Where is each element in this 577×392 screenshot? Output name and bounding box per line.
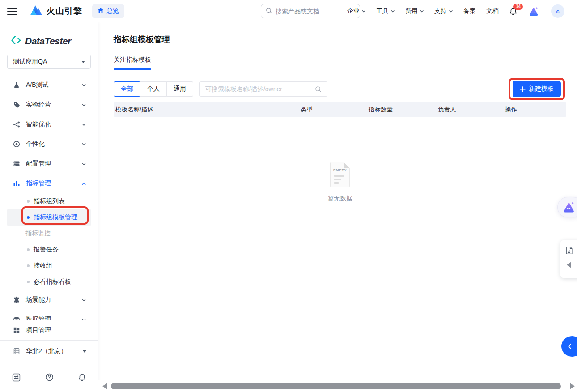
sidebar-item-experiment-ops[interactable]: 实验经营	[0, 95, 98, 115]
volcano-logo[interactable]: 火山引擎	[30, 4, 82, 18]
flask-icon	[13, 81, 20, 89]
hamburger-menu-icon[interactable]	[7, 8, 17, 15]
grid-icon	[13, 326, 20, 334]
page-fold	[344, 162, 350, 168]
ai-assistant-icon[interactable]	[528, 6, 539, 17]
chevron-down-icon	[81, 298, 86, 303]
column-header-actions: 操作	[503, 106, 566, 114]
help-icon[interactable]	[45, 373, 54, 382]
user-avatar[interactable]: c	[551, 4, 564, 18]
server-icon	[13, 348, 20, 355]
filter-general-button[interactable]: 通用	[166, 81, 193, 97]
tab-bar: 关注指标模板	[114, 55, 566, 70]
chevron-left-icon	[567, 343, 572, 349]
sidebar-item-smart-optimization[interactable]: 智能优化	[0, 115, 98, 134]
sidebar-group-metric-monitoring: 指标监控	[0, 226, 98, 242]
filter-personal-button[interactable]: 个人	[140, 81, 167, 97]
sidebar-item-metric-management[interactable]: 指标管理	[0, 174, 98, 193]
template-search[interactable]	[199, 81, 327, 97]
bell-icon[interactable]	[78, 373, 86, 382]
doc-shortcut-icon[interactable]	[565, 246, 573, 255]
scroll-right-arrow[interactable]	[570, 383, 575, 389]
sidebar-item-project-management[interactable]: 项目管理	[0, 320, 98, 341]
collapse-panel-icon[interactable]	[567, 262, 571, 268]
puzzle-icon	[13, 296, 20, 304]
scroll-left-arrow[interactable]	[102, 383, 107, 389]
notification-badge: 14	[513, 4, 523, 10]
sidebar-item-config-management[interactable]: 配置管理	[0, 154, 98, 174]
horizontal-scrollbar	[98, 380, 577, 392]
sidebar-subitem-receiver-group[interactable]: 接收组	[7, 258, 91, 274]
plus-icon	[520, 86, 526, 92]
branch-icon	[13, 121, 20, 128]
sidebar-subitem-metric-group-template[interactable]: 指标组模板管理	[7, 209, 91, 226]
app-selector-value: 测试应用QA	[13, 58, 47, 66]
ai-assistant-fab[interactable]	[557, 197, 577, 217]
app-screen: 火山引擎 总览 企业 工具 费用	[0, 0, 577, 392]
sidebar-item-personalization[interactable]: 个性化	[0, 134, 98, 154]
chevron-down-icon	[81, 162, 86, 166]
scrollbar-thumb[interactable]	[111, 383, 561, 389]
menu-billing[interactable]: 费用	[405, 7, 424, 15]
global-search[interactable]	[261, 4, 360, 18]
app-selector-dropdown[interactable]: 测试应用QA	[7, 55, 91, 69]
overview-button[interactable]: 总览	[92, 4, 124, 18]
chevron-up-icon	[81, 181, 86, 186]
bar-chart-icon	[13, 180, 20, 187]
chevron-down-icon	[81, 102, 86, 107]
empty-document-icon: EMPTY	[330, 162, 350, 187]
chevron-down-icon	[361, 9, 366, 13]
chevron-down-icon	[449, 9, 453, 13]
tag-icon	[13, 101, 20, 109]
sidebar-subitem-metric-group-list[interactable]: 指标组列表	[7, 193, 91, 209]
chevron-down-icon	[81, 317, 86, 320]
volcano-mountain-icon	[30, 4, 43, 18]
notification-bell-button[interactable]: 14	[509, 7, 518, 16]
sidebar-item-data-management[interactable]: 数据管理	[0, 310, 98, 320]
chevron-down-icon	[81, 122, 86, 127]
chevron-down-icon	[420, 9, 424, 13]
bullet-icon	[27, 264, 30, 267]
overview-label: 总览	[106, 7, 119, 15]
product-logo[interactable]: DataTester	[0, 22, 98, 55]
topnav-right: 企业 工具 费用 支持 备案 文档 14	[347, 0, 564, 22]
stack-icon	[13, 160, 20, 168]
new-template-button[interactable]: 新建模板	[513, 81, 561, 97]
sidebar-subitem-alarm-tasks[interactable]: 报警任务	[7, 242, 91, 258]
home-icon	[98, 7, 104, 15]
collapse-sidebar-icon[interactable]	[12, 373, 21, 382]
empty-icon-text: EMPTY	[333, 168, 347, 172]
menu-enterprise[interactable]: 企业	[347, 7, 366, 15]
filter-segment: 全部 个人 通用	[114, 81, 193, 97]
floating-side-panel	[560, 240, 577, 278]
filter-all-button[interactable]: 全部	[114, 81, 140, 97]
datatester-logo-icon	[10, 35, 21, 47]
brand-name: 火山引擎	[47, 5, 82, 17]
menu-docs[interactable]: 文档	[486, 7, 499, 15]
target-icon	[13, 141, 20, 148]
bullet-icon	[27, 216, 30, 219]
region-selector[interactable]: 华北2（北京）	[0, 341, 98, 362]
menu-support[interactable]: 支持	[434, 7, 453, 15]
sidebar-item-ab-test[interactable]: A/B测试	[0, 75, 98, 95]
template-search-input[interactable]	[205, 85, 311, 93]
chevron-down-icon	[81, 83, 86, 88]
sidebar-subitem-must-see-dashboard[interactable]: 必看指标看板	[7, 274, 91, 290]
global-search-input[interactable]	[276, 8, 356, 15]
column-header-metric-count: 指标数量	[367, 106, 436, 114]
search-icon	[266, 7, 272, 16]
menu-filing[interactable]: 备案	[463, 7, 476, 15]
tab-followed-metric-templates[interactable]: 关注指标模板	[114, 56, 151, 70]
bullet-icon	[27, 248, 30, 251]
column-header-owner: 负责人	[436, 106, 503, 114]
active-tab-indicator	[114, 68, 151, 70]
search-icon	[315, 86, 322, 93]
bullet-icon	[27, 281, 30, 283]
sidebar-item-scene-capability[interactable]: 场景能力	[0, 290, 98, 310]
product-name: DataTester	[25, 36, 71, 47]
empty-state-label: 暂无数据	[327, 195, 352, 203]
region-value: 华北2（北京）	[26, 347, 67, 355]
main-content: 指标组模板管理 关注指标模板 全部 个人 通用	[98, 22, 577, 392]
menu-tools[interactable]: 工具	[376, 7, 395, 15]
sidebar-footer-icons	[0, 362, 98, 392]
